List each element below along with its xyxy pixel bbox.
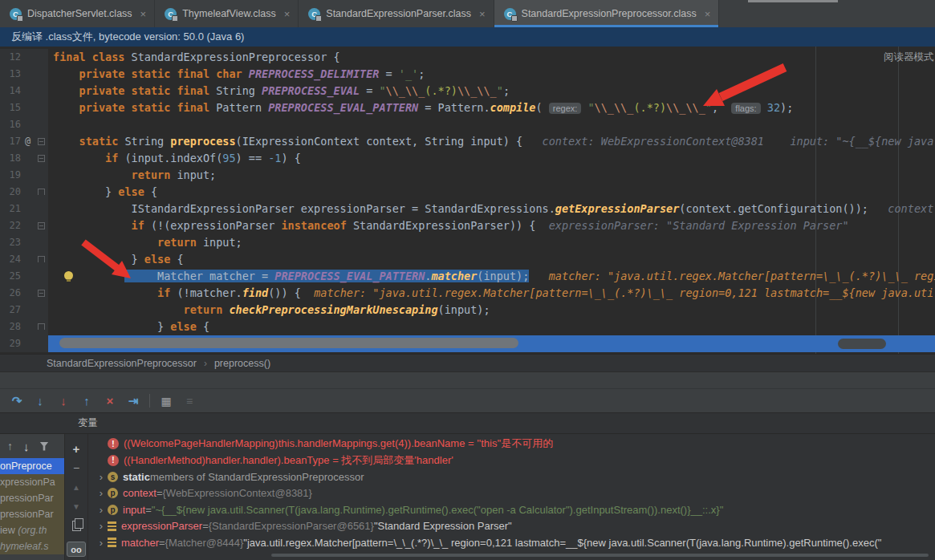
- gutter[interactable]: 23: [0, 234, 48, 251]
- gutter[interactable]: 18: [0, 150, 48, 167]
- gutter[interactable]: 14: [0, 83, 48, 99]
- editor-tab[interactable]: CStandardExpressionParser.class×: [299, 0, 494, 27]
- fold-collapse-icon[interactable]: [38, 155, 45, 162]
- code-text[interactable]: } else {: [48, 319, 935, 335]
- fold-collapse-icon[interactable]: [38, 290, 45, 297]
- evaluate-expression-button[interactable]: ▦: [156, 392, 177, 410]
- close-tab-icon[interactable]: ×: [705, 8, 711, 20]
- gutter[interactable]: 15: [0, 99, 48, 116]
- stack-frame-row[interactable]: onPreproce: [0, 458, 64, 474]
- variable-row[interactable]: !((WelcomePageHandlerMapping)this.handle…: [88, 436, 935, 452]
- variable-row[interactable]: ›expressionParser = {StandardExpressionP…: [88, 518, 935, 535]
- code-text[interactable]: static String preprocess(IExpressionCont…: [48, 133, 935, 150]
- variable-row[interactable]: ›pcontext = {WebExpressionContext@8381}: [88, 485, 935, 502]
- code-line-16[interactable]: 16: [0, 116, 935, 133]
- gutter[interactable]: 25: [0, 268, 48, 285]
- code-text[interactable]: if (input.indexOf(95) == -1) {: [48, 150, 935, 167]
- close-tab-icon[interactable]: ×: [479, 8, 486, 20]
- step-over-button[interactable]: ↷: [6, 392, 27, 410]
- force-step-into-button[interactable]: ↓: [53, 392, 74, 410]
- code-line-21[interactable]: 21 IStandardExpressionParser expressionP…: [0, 201, 935, 217]
- fold-end-icon[interactable]: [38, 256, 45, 262]
- breadcrumb-class[interactable]: StandardExpressionPreprocessor: [47, 358, 197, 369]
- code-text[interactable]: [48, 116, 935, 133]
- code-line-20[interactable]: 20 } else {: [0, 184, 935, 201]
- close-tab-icon[interactable]: ×: [140, 8, 147, 20]
- code-line-25[interactable]: 25 Matcher matcher = PREPROCESS_EVAL_PAT…: [0, 268, 935, 285]
- gutter[interactable]: 29: [0, 335, 48, 352]
- gutter[interactable]: 20: [0, 184, 48, 201]
- code-line-23[interactable]: 23 return input;: [0, 234, 935, 251]
- intention-bulb-icon[interactable]: [64, 271, 73, 280]
- gutter[interactable]: 19: [0, 167, 48, 184]
- code-text[interactable]: if (!(expressionParser instanceof Standa…: [48, 217, 935, 234]
- run-to-cursor-button[interactable]: ⇥: [123, 392, 144, 410]
- code-line-22[interactable]: 22 if (!(expressionParser instanceof Sta…: [0, 217, 935, 234]
- breadcrumb-method[interactable]: preprocess(): [214, 358, 270, 369]
- code-line-15[interactable]: 15 private static final Pattern PREPROCE…: [0, 99, 935, 116]
- filter-frames-button[interactable]: [40, 442, 49, 451]
- fold-end-icon[interactable]: [38, 189, 45, 195]
- variable-row[interactable]: ›sstatic members of StandardExpressionPr…: [88, 469, 935, 485]
- stack-frame-row[interactable]: xpressionPa: [0, 474, 64, 490]
- gutter[interactable]: 26: [0, 285, 48, 302]
- code-text[interactable]: return input;: [48, 167, 935, 184]
- gutter[interactable]: 12: [0, 49, 48, 66]
- editor-tab[interactable]: CStandardExpressionPreprocessor.class×: [494, 0, 720, 27]
- code-line-12[interactable]: 12final class StandardExpressionPreproce…: [0, 49, 935, 66]
- expand-chevron-icon[interactable]: ›: [95, 537, 108, 549]
- variables-horizontal-scrollbar[interactable]: [271, 554, 929, 557]
- code-line-17[interactable]: 17@ static String preprocess(IExpression…: [0, 133, 935, 150]
- expand-chevron-icon[interactable]: ›: [95, 471, 108, 483]
- fold-collapse-icon[interactable]: [38, 222, 45, 229]
- code-text[interactable]: return input;: [48, 234, 935, 251]
- remove-watch-button[interactable]: −: [65, 458, 87, 477]
- add-watch-button[interactable]: +: [65, 439, 87, 458]
- variable-row[interactable]: ›matcher = {Matcher@8444} "java.util.reg…: [88, 534, 935, 551]
- code-text[interactable]: Matcher matcher = PREPROCESS_EVAL_PATTER…: [48, 268, 935, 285]
- gutter[interactable]: 24: [0, 251, 48, 268]
- expand-chevron-icon[interactable]: ›: [95, 520, 108, 532]
- code-editor[interactable]: 12final class StandardExpressionPreproce…: [0, 47, 935, 354]
- step-into-button[interactable]: ↓: [30, 392, 51, 410]
- code-line-19[interactable]: 19 return input;: [0, 167, 935, 184]
- editor-horizontal-scrollbar[interactable]: [59, 338, 518, 348]
- expand-chevron-icon[interactable]: ›: [95, 504, 108, 516]
- expand-chevron-icon[interactable]: ›: [95, 487, 108, 499]
- stack-frame-row[interactable]: pressionPar: [0, 506, 64, 522]
- code-line-14[interactable]: 14 private static final String PREPROCES…: [0, 83, 935, 99]
- code-text[interactable]: private static final Pattern PREPROCESS_…: [48, 99, 935, 116]
- code-line-27[interactable]: 27 return checkPreprocessingMarkUnescapi…: [0, 302, 935, 319]
- frame-previous-button[interactable]: ↑: [7, 440, 13, 452]
- gutter[interactable]: 28: [0, 319, 48, 335]
- code-text[interactable]: } else {: [48, 184, 935, 201]
- code-text[interactable]: return checkPreprocessingMarkUnescaping(…: [48, 302, 935, 319]
- gutter[interactable]: 16: [0, 116, 48, 133]
- code-line-28[interactable]: 28 } else {: [0, 319, 935, 335]
- editor-tab[interactable]: CDispatcherServlet.class×: [0, 0, 155, 27]
- reader-mode-toggle[interactable]: 阅读器模式: [884, 51, 935, 64]
- duplicate-watch-button[interactable]: [65, 516, 87, 535]
- code-line-18[interactable]: 18 if (input.indexOf(95) == -1) {: [0, 150, 935, 167]
- stack-frame-row[interactable]: hymeleaf.s: [0, 538, 64, 554]
- editor-tab[interactable]: CThymeleafView.class×: [155, 0, 299, 27]
- step-out-button[interactable]: ↑: [76, 392, 97, 410]
- close-tab-icon[interactable]: ×: [284, 8, 291, 20]
- stack-frame-row[interactable]: iew (org.th: [0, 522, 64, 538]
- gutter[interactable]: 17@: [0, 133, 48, 150]
- gutter[interactable]: 27: [0, 302, 48, 319]
- code-line-26[interactable]: 26 if (!matcher.find()) { matcher: "java…: [0, 285, 935, 302]
- code-line-24[interactable]: 24 } else {: [0, 251, 935, 268]
- code-text[interactable]: private static final char PREPROCESS_DEL…: [48, 66, 935, 83]
- variables-tab-label[interactable]: 变量: [78, 416, 98, 430]
- code-text[interactable]: if (!matcher.find()) { matcher: "java.ut…: [48, 285, 935, 302]
- stack-frame-row[interactable]: pressionPar: [0, 490, 64, 506]
- code-line-13[interactable]: 13 private static final char PREPROCESS_…: [0, 66, 935, 83]
- gutter[interactable]: 13: [0, 66, 48, 83]
- show-watches-button[interactable]: oo: [67, 535, 86, 557]
- code-text[interactable]: private static final String PREPROCESS_E…: [48, 83, 935, 99]
- fold-collapse-icon[interactable]: [38, 138, 45, 145]
- code-text[interactable]: IStandardExpressionParser expressionPars…: [48, 201, 935, 217]
- fold-end-icon[interactable]: [38, 323, 45, 330]
- reset-frame-button[interactable]: ×: [100, 392, 120, 410]
